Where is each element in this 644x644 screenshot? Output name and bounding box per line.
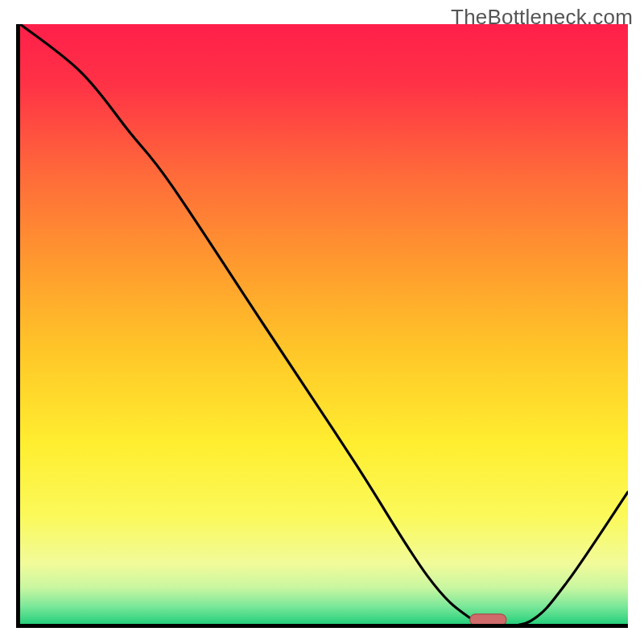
- chart-container: TheBottleneck.com: [0, 0, 644, 644]
- svg-rect-1: [470, 614, 506, 624]
- optimal-marker: [20, 24, 628, 624]
- chart-plot-area: [16, 24, 628, 628]
